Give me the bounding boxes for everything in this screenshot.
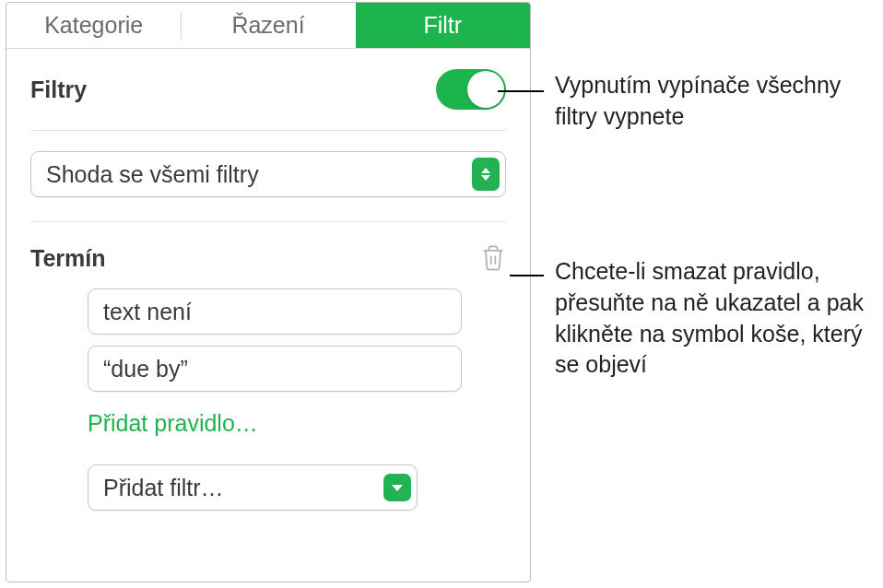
rule-block: Termín text není “due by” [30, 222, 506, 511]
tab-filter[interactable]: Filtr [356, 3, 530, 48]
filters-title: Filtry [30, 76, 87, 103]
condition-label: text není [103, 299, 192, 325]
tab-filter-label: Filtr [423, 12, 462, 39]
filter-panel: Kategorie Řazení Filtr Filtry Shoda se v… [6, 2, 531, 582]
callout-trash: Chcete-li smazat pravidlo, přesuňte na n… [555, 256, 868, 381]
add-rule-button[interactable]: Přidat pravidlo… [88, 403, 462, 465]
filters-header: Filtry [30, 69, 506, 131]
add-filter-row: Přidat filtr… [30, 465, 506, 511]
trash-icon[interactable] [480, 244, 506, 272]
callout-line-trash [510, 275, 544, 276]
add-rule-label: Přidat pravidlo… [88, 410, 258, 436]
condition-select[interactable]: text není [88, 288, 462, 335]
updown-icon [472, 158, 500, 191]
callout-line-toggle [498, 90, 544, 92]
rule-title: Termín [30, 245, 106, 272]
callout-toggle: Vypnutím vypínače všechny filtry vypnete [555, 70, 859, 133]
tab-categories[interactable]: Kategorie [6, 3, 181, 48]
value-input[interactable]: “due by” [88, 346, 462, 392]
add-filter-label: Přidat filtr… [103, 475, 224, 501]
tab-categories-label: Kategorie [44, 12, 143, 39]
match-select-label: Shoda se všemi filtry [46, 161, 259, 188]
tab-sort[interactable]: Řazení [181, 3, 355, 48]
tab-bar: Kategorie Řazení Filtr [6, 3, 530, 49]
tab-sort-label: Řazení [231, 12, 304, 39]
filters-section: Filtry Shoda se všemi filtry Termín [6, 49, 530, 511]
match-select[interactable]: Shoda se všemi filtry [30, 151, 506, 197]
toggle-knob [467, 71, 504, 108]
add-filter-select[interactable]: Přidat filtr… [88, 465, 418, 511]
filters-toggle[interactable] [436, 69, 506, 110]
match-row: Shoda se všemi filtry [30, 131, 506, 222]
rule-fields: text není “due by” Přidat pravidlo… [30, 288, 506, 465]
rule-header: Termín [30, 244, 506, 272]
value-text: “due by” [103, 356, 188, 382]
chevron-down-icon [383, 474, 411, 501]
